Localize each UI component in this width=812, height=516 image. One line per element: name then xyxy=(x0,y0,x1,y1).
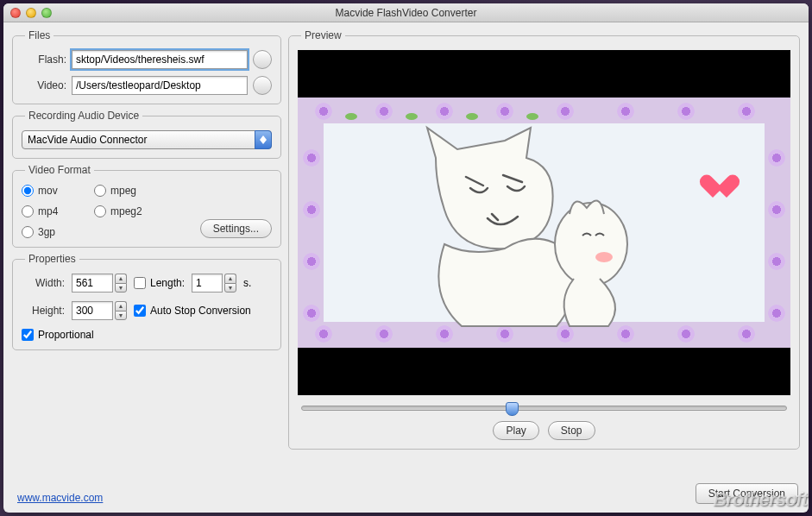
proportional-checkbox[interactable]: Proportional xyxy=(22,329,272,341)
height-input[interactable] xyxy=(72,301,113,320)
preview-group: Preview xyxy=(288,29,800,450)
preview-viewport xyxy=(298,50,790,395)
width-label: Width: xyxy=(22,277,65,289)
length-unit: s. xyxy=(243,277,251,289)
flash-label: Flash: xyxy=(22,53,66,66)
radio-mpeg[interactable]: mpeg xyxy=(94,185,180,197)
audio-group: Recording Audio Device MacVide Audio Con… xyxy=(12,110,281,159)
height-stepper[interactable]: ▲▼ xyxy=(115,301,127,320)
preview-illustration xyxy=(401,123,660,330)
flash-input[interactable] xyxy=(72,50,248,69)
svg-point-3 xyxy=(595,252,613,262)
radio-mov[interactable]: mov xyxy=(22,185,91,197)
auto-stop-checkbox[interactable]: Auto Stop Conversion xyxy=(134,305,251,317)
close-icon[interactable] xyxy=(10,8,21,18)
right-column: Preview xyxy=(288,29,800,478)
svg-point-2 xyxy=(555,203,627,286)
length-checkbox[interactable]: Length: xyxy=(134,277,185,289)
preview-frame xyxy=(298,98,790,348)
window-title: Macvide FlashVideo Converter xyxy=(3,7,809,19)
properties-group: Properties Width: ▲▼ Length: ▲▼ s. Heig xyxy=(12,253,281,350)
width-stepper[interactable]: ▲▼ xyxy=(115,274,127,293)
left-column: Files Flash: Video: Recording Audio Devi… xyxy=(12,29,281,478)
app-window: Macvide FlashVideo Converter Files Flash… xyxy=(3,3,809,513)
start-conversion-button[interactable]: Start Conversion xyxy=(696,483,798,504)
preview-legend: Preview xyxy=(301,29,345,41)
video-input[interactable] xyxy=(72,76,248,95)
minimize-icon[interactable] xyxy=(26,8,36,18)
format-legend: Video Format xyxy=(25,164,94,176)
radio-mp4[interactable]: mp4 xyxy=(22,205,91,217)
audio-device-select[interactable]: MacVide Audio Connector xyxy=(22,130,272,149)
length-stepper[interactable]: ▲▼ xyxy=(224,274,236,293)
footer: www.macvide.com Start Conversion xyxy=(3,478,809,513)
audio-legend: Recording Audio Device xyxy=(25,110,142,122)
files-group: Files Flash: Video: xyxy=(12,29,281,104)
traffic-lights xyxy=(10,8,52,18)
zoom-icon[interactable] xyxy=(41,8,52,18)
properties-legend: Properties xyxy=(25,253,79,265)
video-label: Video: xyxy=(22,79,66,91)
length-input[interactable] xyxy=(192,274,223,293)
format-group: Video Format mov mpeg mp4 mpeg2 3gp Sett… xyxy=(12,164,281,248)
settings-button[interactable]: Settings... xyxy=(200,219,272,238)
content: Files Flash: Video: Recording Audio Devi… xyxy=(3,22,809,478)
flash-browse-button[interactable] xyxy=(253,50,272,69)
radio-mpeg2[interactable]: mpeg2 xyxy=(94,205,180,217)
radio-3gp[interactable]: 3gp xyxy=(22,226,91,238)
files-legend: Files xyxy=(25,29,54,41)
play-button[interactable]: Play xyxy=(493,421,538,440)
stop-button[interactable]: Stop xyxy=(548,421,595,440)
heart-icon xyxy=(711,175,739,203)
website-link[interactable]: www.macvide.com xyxy=(17,492,103,504)
titlebar: Macvide FlashVideo Converter xyxy=(3,3,809,22)
video-browse-button[interactable] xyxy=(253,76,272,95)
width-input[interactable] xyxy=(72,274,113,293)
slider-thumb[interactable] xyxy=(506,402,519,416)
height-label: Height: xyxy=(22,305,65,317)
timeline-slider[interactable] xyxy=(301,406,787,411)
